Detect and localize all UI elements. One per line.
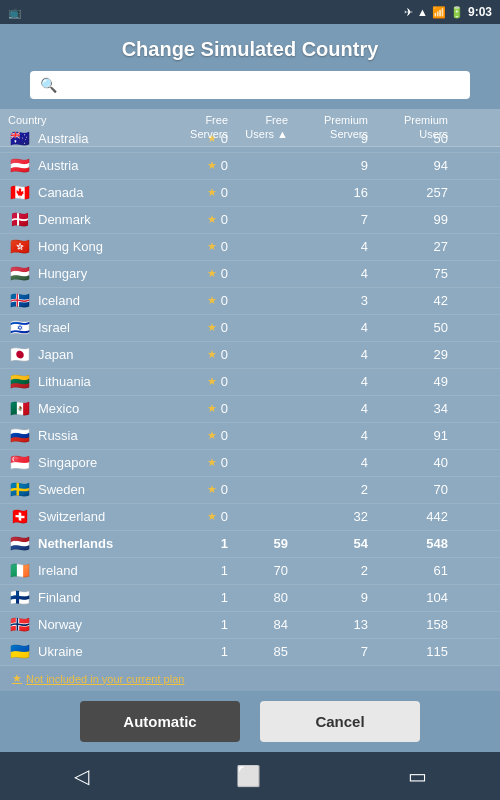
flag-icon: 🇷🇺 xyxy=(8,428,32,444)
cancel-button[interactable]: Cancel xyxy=(260,701,420,742)
back-button[interactable]: ◁ xyxy=(74,764,89,788)
footer-note-link[interactable]: ★ Not included in your current plan xyxy=(12,672,488,685)
free-servers-value: 0 xyxy=(221,482,228,497)
flag-icon: 🇨🇭 xyxy=(8,509,32,525)
table-body: 🇦🇺 Australia ★ 0 9 50 🇦🇹 Austria ★ xyxy=(0,126,500,666)
automatic-button[interactable]: Automatic xyxy=(80,701,240,742)
premium-servers-cell: 4 xyxy=(288,455,368,470)
country-name: Finland xyxy=(38,590,81,605)
free-servers-value: 1 xyxy=(221,536,228,551)
free-users-cell: 80 xyxy=(228,590,288,605)
screen-icon: 📺 xyxy=(8,6,22,19)
free-servers-cell: ★ 0 xyxy=(168,428,228,443)
star-icon: ★ xyxy=(207,456,217,469)
country-cell: 🇩🇰 Denmark xyxy=(8,212,168,228)
main-content: Change Simulated Country 🔍 Country FreeS… xyxy=(0,24,500,752)
table-row[interactable]: 🇸🇬 Singapore ★ 0 4 40 xyxy=(0,450,500,477)
premium-servers-value: 4 xyxy=(361,239,368,254)
country-name: Norway xyxy=(38,617,82,632)
free-servers-value: 0 xyxy=(221,266,228,281)
premium-servers-cell: 54 xyxy=(288,536,368,551)
free-servers-cell: 1 xyxy=(168,617,228,632)
country-cell: 🇸🇬 Singapore xyxy=(8,455,168,471)
premium-servers-value: 32 xyxy=(354,509,368,524)
table-row[interactable]: 🇺🇦 Ukraine 1 85 7 115 xyxy=(0,639,500,666)
search-icon: 🔍 xyxy=(40,77,57,93)
star-icon: ★ xyxy=(207,483,217,496)
free-users-value: 70 xyxy=(274,563,288,578)
table-row[interactable]: 🇸🇪 Sweden ★ 0 2 70 xyxy=(0,477,500,504)
star-icon: ★ xyxy=(207,294,217,307)
free-servers-value: 0 xyxy=(221,347,228,362)
free-servers-value: 0 xyxy=(221,374,228,389)
country-name: Netherlands xyxy=(38,536,113,551)
table-row[interactable]: 🇲🇽 Mexico ★ 0 4 34 xyxy=(0,396,500,423)
premium-servers-value: 2 xyxy=(361,482,368,497)
table-row[interactable]: 🇮🇸 Iceland ★ 0 3 42 xyxy=(0,288,500,315)
table-row[interactable]: 🇫🇮 Finland 1 80 9 104 xyxy=(0,585,500,612)
home-button[interactable]: ⬜ xyxy=(236,764,261,788)
premium-servers-cell: 2 xyxy=(288,482,368,497)
table-header: Country FreeServers FreeUsers ▲ PremiumS… xyxy=(0,109,500,147)
premium-users-cell: 91 xyxy=(368,428,448,443)
table-row[interactable]: 🇨🇦 Canada ★ 0 16 257 xyxy=(0,180,500,207)
table-row[interactable]: 🇩🇰 Denmark ★ 0 7 99 xyxy=(0,207,500,234)
status-icons: ✈ ▲ 📶 🔋 9:03 xyxy=(404,5,492,19)
header-premium-users: PremiumUsers xyxy=(368,113,448,142)
premium-users-cell: 61 xyxy=(368,563,448,578)
premium-servers-cell: 4 xyxy=(288,239,368,254)
table-row[interactable]: 🇭🇺 Hungary ★ 0 4 75 xyxy=(0,261,500,288)
star-icon: ★ xyxy=(207,240,217,253)
table-row[interactable]: 🇮🇱 Israel ★ 0 4 50 xyxy=(0,315,500,342)
premium-servers-value: 3 xyxy=(361,293,368,308)
footer-note-text: Not included in your current plan xyxy=(26,673,184,685)
table-row[interactable]: 🇨🇭 Switzerland ★ 0 32 442 xyxy=(0,504,500,531)
header-free-users[interactable]: FreeUsers ▲ xyxy=(228,113,288,142)
premium-servers-value: 2 xyxy=(361,563,368,578)
country-name: Ukraine xyxy=(38,644,83,659)
premium-users-value: 49 xyxy=(434,374,448,389)
country-name: Denmark xyxy=(38,212,91,227)
status-time: 9:03 xyxy=(468,5,492,19)
footer-star-icon: ★ xyxy=(12,672,22,685)
country-table[interactable]: Country FreeServers FreeUsers ▲ PremiumS… xyxy=(0,109,500,666)
free-servers-cell: ★ 0 xyxy=(168,320,228,335)
table-row[interactable]: 🇳🇴 Norway 1 84 13 158 xyxy=(0,612,500,639)
country-cell: 🇫🇮 Finland xyxy=(8,590,168,606)
star-icon: ★ xyxy=(207,348,217,361)
premium-servers-value: 54 xyxy=(354,536,368,551)
premium-users-value: 40 xyxy=(434,455,448,470)
free-servers-value: 0 xyxy=(221,185,228,200)
table-row[interactable]: 🇭🇰 Hong Kong ★ 0 4 27 xyxy=(0,234,500,261)
country-name: Austria xyxy=(38,158,78,173)
premium-servers-cell: 4 xyxy=(288,374,368,389)
airplane-icon: ✈ xyxy=(404,6,413,19)
search-container: 🔍 xyxy=(0,71,500,109)
page-title: Change Simulated Country xyxy=(0,24,500,71)
search-bar[interactable]: 🔍 xyxy=(30,71,470,99)
country-cell: 🇲🇽 Mexico xyxy=(8,401,168,417)
premium-users-value: 442 xyxy=(426,509,448,524)
table-row[interactable]: 🇯🇵 Japan ★ 0 4 29 xyxy=(0,342,500,369)
premium-servers-cell: 4 xyxy=(288,266,368,281)
premium-users-value: 27 xyxy=(434,239,448,254)
table-row[interactable]: 🇳🇱 Netherlands 1 59 54 548 xyxy=(0,531,500,558)
flag-icon: 🇯🇵 xyxy=(8,347,32,363)
premium-users-value: 158 xyxy=(426,617,448,632)
country-cell: 🇷🇺 Russia xyxy=(8,428,168,444)
country-name: Switzerland xyxy=(38,509,105,524)
free-servers-value: 0 xyxy=(221,293,228,308)
table-row[interactable]: 🇱🇹 Lithuania ★ 0 4 49 xyxy=(0,369,500,396)
search-input[interactable] xyxy=(65,77,460,93)
premium-users-value: 75 xyxy=(434,266,448,281)
table-row[interactable]: 🇷🇺 Russia ★ 0 4 91 xyxy=(0,423,500,450)
country-cell: 🇮🇱 Israel xyxy=(8,320,168,336)
table-row[interactable]: 🇮🇪 Ireland 1 70 2 61 xyxy=(0,558,500,585)
recent-button[interactable]: ▭ xyxy=(408,764,427,788)
country-name: Lithuania xyxy=(38,374,91,389)
free-servers-value: 0 xyxy=(221,509,228,524)
premium-users-cell: 158 xyxy=(368,617,448,632)
flag-icon: 🇱🇹 xyxy=(8,374,32,390)
country-name: Canada xyxy=(38,185,84,200)
table-row[interactable]: 🇦🇹 Austria ★ 0 9 94 xyxy=(0,153,500,180)
